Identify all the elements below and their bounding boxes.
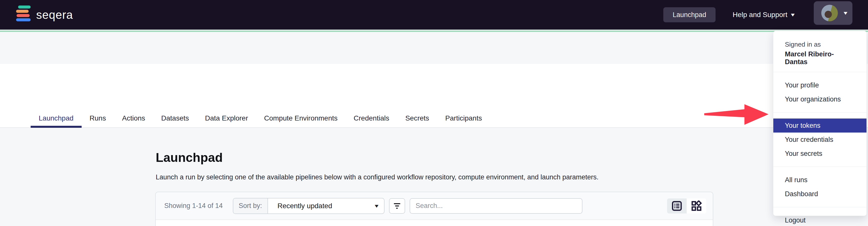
grid-view-icon — [691, 200, 702, 212]
view-toggle — [667, 198, 706, 214]
brand-name: seqera — [36, 8, 73, 22]
chevron-down-icon: ▾ — [844, 10, 847, 16]
filter-lines-icon — [394, 203, 400, 204]
help-and-support-menu[interactable]: Help and Support ▾ — [733, 0, 794, 30]
menu-divider — [773, 112, 867, 113]
workspace-tabs: Launchpad Runs Actions Datasets Data Exp… — [31, 109, 490, 127]
menu-item-logout[interactable]: Logout — [773, 213, 867, 226]
chevron-down-icon: ▾ — [791, 11, 795, 18]
menu-item-your-secrets[interactable]: Your secrets — [773, 147, 867, 161]
tab-launchpad[interactable]: Launchpad — [31, 109, 82, 127]
signed-in-as-label: Signed in as — [785, 41, 855, 48]
pipelines-card: Showing 1-14 of 14 Sort by: Recently upd… — [155, 192, 713, 226]
menu-item-your-organizations[interactable]: Your organizations — [773, 92, 867, 106]
results-count: Showing 1-14 of 14 — [164, 202, 223, 210]
menu-divider — [773, 207, 867, 207]
search-input[interactable] — [410, 198, 583, 214]
grid-view-button[interactable] — [687, 198, 706, 214]
menu-item-all-runs[interactable]: All runs — [773, 173, 867, 187]
sort-by-label: Sort by: — [233, 198, 268, 214]
seqera-logo-icon — [16, 5, 32, 24]
sort-selected-value[interactable]: Recently updated ▾ — [268, 198, 384, 214]
top-navbar: seqera Launchpad Help and Support ▾ ▾ — [0, 0, 868, 30]
filter-button[interactable] — [389, 198, 405, 214]
menu-divider — [773, 166, 867, 167]
pipelines-toolbar: Showing 1-14 of 14 Sort by: Recently upd… — [156, 192, 713, 220]
list-view-icon — [672, 201, 682, 211]
navbar-launchpad-button[interactable]: Launchpad — [663, 7, 716, 22]
red-pointer-arrow — [704, 102, 769, 126]
tab-datasets[interactable]: Datasets — [153, 109, 197, 127]
help-and-support-label: Help and Support — [733, 11, 787, 19]
page-description: Launch a run by selecting one of the ava… — [156, 174, 598, 181]
menu-item-dashboard[interactable]: Dashboard — [773, 187, 867, 201]
tab-secrets[interactable]: Secrets — [397, 109, 437, 127]
signed-in-header: Signed in as Marcel Ribeiro-Dantas — [773, 40, 867, 66]
signed-in-user-name: Marcel Ribeiro-Dantas — [785, 50, 855, 66]
list-view-button[interactable] — [667, 198, 687, 214]
user-menu-button[interactable]: ▾ — [814, 1, 852, 25]
user-dropdown-menu: Signed in as Marcel Ribeiro-Dantas Your … — [773, 31, 867, 216]
page-title: Launchpad — [156, 150, 223, 165]
menu-item-your-credentials[interactable]: Your credentials — [773, 133, 867, 147]
tab-compute-environments[interactable]: Compute Environments — [256, 109, 346, 127]
sort-select[interactable]: Sort by: Recently updated ▾ — [233, 198, 384, 214]
seqera-logo[interactable]: seqera — [16, 5, 73, 24]
avatar — [821, 5, 838, 21]
tab-data-explorer[interactable]: Data Explorer — [197, 109, 256, 127]
top-spacer-band — [0, 32, 868, 64]
menu-item-your-tokens[interactable]: Your tokens — [773, 118, 867, 133]
menu-item-your-profile[interactable]: Your profile — [773, 78, 867, 92]
menu-divider — [773, 72, 867, 72]
tab-participants[interactable]: Participants — [437, 109, 490, 127]
tab-credentials[interactable]: Credentials — [346, 109, 397, 127]
tab-actions[interactable]: Actions — [114, 109, 153, 127]
tab-runs[interactable]: Runs — [82, 109, 114, 127]
chevron-down-icon: ▾ — [375, 203, 378, 209]
